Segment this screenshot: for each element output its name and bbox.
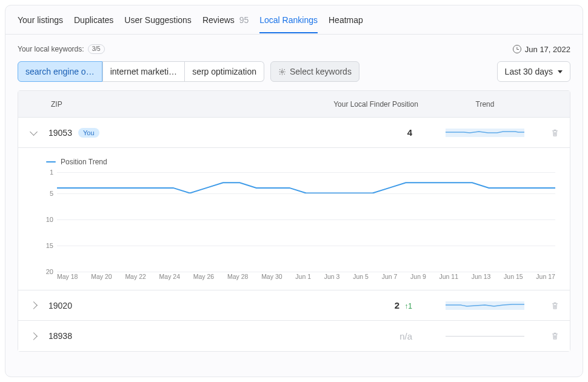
x-tick: Jun 7: [382, 273, 398, 284]
x-tick: Jun 3: [324, 273, 340, 284]
y-tick: 20: [46, 268, 53, 275]
chevron-down-icon: [558, 70, 563, 73]
rankings-table: ZIP Your Local Finder Position Trend 190…: [18, 90, 570, 352]
tab-local-rankings[interactable]: Local Rankings: [259, 7, 318, 33]
chevron-down-icon: [30, 128, 38, 136]
tabs-bar: Your listings Duplicates User Suggestion…: [5, 5, 583, 35]
position-value: n/a: [321, 331, 430, 341]
tab-your-listings[interactable]: Your listings: [18, 7, 63, 33]
trend-sparkline: [430, 301, 540, 310]
x-tick: Jun 5: [353, 273, 369, 284]
delete-row-button[interactable]: [540, 332, 570, 340]
x-tick: May 24: [159, 273, 180, 284]
table-row: 18938 n/a: [18, 321, 570, 351]
x-tick: May 26: [193, 273, 214, 284]
select-keywords-button[interactable]: Select keywords: [270, 61, 359, 82]
x-tick: May 22: [125, 273, 145, 284]
position-value: 2 ↑1: [321, 300, 430, 310]
x-tick: Jun 15: [504, 273, 523, 284]
row-expander[interactable]: [18, 333, 48, 339]
y-tick: 1: [50, 169, 53, 176]
x-tick: May 30: [261, 273, 282, 284]
tab-user-suggestions[interactable]: User Suggestions: [124, 7, 192, 33]
snapshot-date: Jun 17, 2022: [513, 45, 570, 54]
tab-reviews-count: 95: [239, 15, 249, 25]
legend-swatch: [46, 161, 56, 163]
tab-reviews[interactable]: Reviews 95: [202, 7, 249, 33]
keyword-chip-2[interactable]: internet marketi…: [102, 61, 185, 82]
svg-point-0: [281, 70, 284, 73]
x-tick: Jun 17: [536, 273, 555, 284]
table-header: ZIP Your Local Finder Position Trend: [18, 91, 570, 118]
col-zip: ZIP: [48, 100, 321, 109]
delta-up: ↑1: [404, 302, 412, 310]
tab-heatmap[interactable]: Heatmap: [329, 7, 363, 33]
x-tick: Jun 13: [472, 273, 491, 284]
trend-sparkline: [430, 129, 540, 137]
col-trend: Trend: [430, 100, 540, 109]
col-position: Your Local Finder Position: [321, 100, 430, 109]
keyword-chip-3[interactable]: serp optimization: [185, 61, 264, 82]
zip-value: 18938: [48, 331, 72, 341]
select-keywords-label: Select keywords: [290, 67, 352, 76]
chevron-right-icon: [30, 301, 38, 309]
snapshot-date-text: Jun 17, 2022: [525, 45, 570, 54]
x-tick: May 28: [227, 273, 248, 284]
tab-label: Reviews: [202, 15, 235, 25]
x-tick: Jun 11: [439, 273, 459, 284]
keyword-chip-1[interactable]: search engine o…: [18, 61, 102, 82]
table-row: 19053 You 4: [18, 118, 570, 148]
table-row: 19020 2 ↑1: [18, 290, 570, 321]
date-range-label: Last 30 days: [505, 67, 553, 76]
y-tick: 10: [46, 216, 53, 223]
x-tick: Jun 1: [295, 273, 311, 284]
x-tick: May 18: [57, 273, 78, 284]
legend-label: Position Trend: [61, 158, 107, 166]
y-tick: 15: [46, 242, 53, 249]
keywords-header: Your local keywords: 3/5: [18, 44, 105, 54]
keyword-chips: search engine o… internet marketi… serp …: [18, 61, 264, 82]
trend-sparkline: [430, 336, 540, 337]
x-tick: Jun 9: [410, 273, 426, 284]
row-expander[interactable]: [18, 131, 48, 135]
delete-row-button[interactable]: [540, 129, 570, 137]
gear-icon: [278, 68, 286, 76]
position-value: 4: [321, 127, 430, 138]
tab-duplicates[interactable]: Duplicates: [74, 7, 113, 33]
date-range-select[interactable]: Last 30 days: [497, 61, 570, 82]
chevron-right-icon: [30, 332, 38, 340]
you-badge: You: [78, 128, 99, 138]
x-tick: May 20: [91, 273, 112, 284]
position-trend-chart: Position Trend 15101520 May 18May 20May …: [18, 148, 570, 290]
keywords-label: Your local keywords:: [18, 45, 84, 53]
clock-icon: [513, 45, 521, 53]
zip-value: 19053: [48, 128, 72, 138]
delete-row-button[interactable]: [540, 301, 570, 310]
row-expander[interactable]: [18, 303, 48, 308]
keywords-count: 3/5: [88, 44, 105, 54]
zip-value: 19020: [48, 301, 72, 310]
y-tick: 5: [50, 190, 53, 197]
